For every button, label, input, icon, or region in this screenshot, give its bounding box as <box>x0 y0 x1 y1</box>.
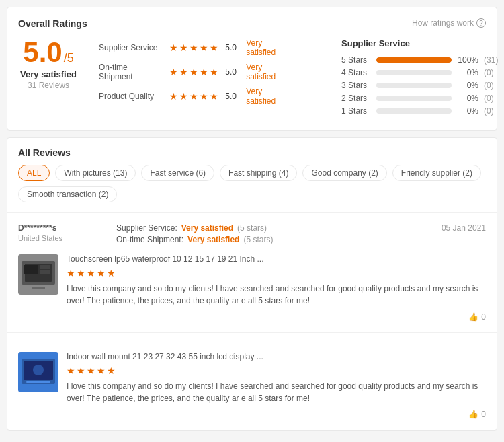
bar-label: 3 Stars <box>341 81 371 90</box>
rating-label: On-time Shipment <box>99 63 163 81</box>
star-icon: ★ <box>97 365 106 376</box>
star-icon: ★ <box>190 67 198 77</box>
rating-row: Supplier Service ★★★★★ 5.0 Very satisfie… <box>99 38 288 57</box>
bar-row: 1 Stars 0% (0) <box>341 106 503 116</box>
bar-count: (0) <box>484 68 503 77</box>
rating-stars: ★★★★★ <box>169 42 218 53</box>
rating-score: 5.0 <box>225 43 239 52</box>
bar-track <box>376 57 452 63</box>
bar-row: 3 Stars 0% (0) <box>341 81 503 90</box>
rating-label: Supplier Service <box>99 43 163 52</box>
review-meta: Supplier Service: Very satisfied (5 star… <box>116 223 431 246</box>
star-icon: ★ <box>107 365 116 376</box>
review-date: 05 Jan 2021 <box>442 223 486 246</box>
reviews-list: D*********s United States Supplier Servi… <box>7 212 497 430</box>
star-icon: ★ <box>77 268 85 279</box>
rating-label: Product Quality <box>99 91 163 101</box>
review-text: I love this company and so do my clients… <box>67 283 486 307</box>
bar-track <box>376 108 452 114</box>
bar-count: (0) <box>484 94 503 103</box>
star-icon: ★ <box>179 91 188 102</box>
filter-tag[interactable]: Smooth transaction (2) <box>18 186 117 202</box>
like-button[interactable]: 👍 0 <box>67 312 486 322</box>
star-icon: ★ <box>210 67 218 77</box>
star-icon: ★ <box>200 42 208 53</box>
meta-supplier-stars: (5 stars) <box>237 223 267 233</box>
filter-tag[interactable]: Good company (2) <box>302 165 386 181</box>
big-score-number: 5.0 <box>23 38 62 67</box>
filter-tags: ALLWith pictures (13)Fast service (6)Fas… <box>7 165 497 212</box>
svg-rect-3 <box>32 287 45 289</box>
review-content: Touchscreen lp65 waterproof 10 12 15 17 … <box>67 254 486 322</box>
review-item: Indoor wall mount 21 23 27 32 43 55 inch… <box>7 332 497 430</box>
star-icon: ★ <box>67 365 75 376</box>
star-icon: ★ <box>210 42 218 53</box>
overall-score-box: 5.0 /5 Very satisfied 31 Reviews <box>18 38 79 90</box>
like-count: 0 <box>481 312 486 322</box>
big-score-denom: /5 <box>64 51 74 65</box>
meta-shipment-row: On-time Shipment: Very satisfied (5 star… <box>116 235 431 244</box>
bar-pct: 0% <box>457 106 478 116</box>
bar-label: 1 Stars <box>341 106 371 116</box>
meta-shipment-value: Very satisfied <box>187 235 239 244</box>
rating-stars: ★★★★★ <box>169 91 218 102</box>
star-icon: ★ <box>77 365 85 376</box>
rating-text: Very satisfied <box>246 63 288 81</box>
star-icon: ★ <box>107 268 116 279</box>
review-thumb <box>18 254 58 295</box>
bar-row: 2 Stars 0% (0) <box>341 94 503 103</box>
bar-track <box>376 83 452 88</box>
filter-tag[interactable]: ALL <box>18 165 50 181</box>
star-icon: ★ <box>200 91 208 102</box>
review-stars: ★★★★★ <box>67 268 486 279</box>
rating-rows: Supplier Service ★★★★★ 5.0 Very satisfie… <box>99 38 288 111</box>
filter-tag[interactable]: With pictures (13) <box>55 165 136 181</box>
bar-count: (0) <box>484 106 503 116</box>
how-ratings-link[interactable]: How ratings work ? <box>412 18 486 28</box>
rating-row: On-time Shipment ★★★★★ 5.0 Very satisfie… <box>99 63 288 81</box>
rating-text: Very satisfied <box>246 87 288 106</box>
bar-fill <box>376 57 452 63</box>
star-icon: ★ <box>87 365 95 376</box>
all-reviews-card: All Reviews ALLWith pictures (13)Fast se… <box>7 137 497 431</box>
rating-row: Product Quality ★★★★★ 5.0 Very satisfied <box>99 87 288 106</box>
star-icon: ★ <box>190 42 198 53</box>
supplier-chart: Supplier Service 5 Stars 100% (31) 4 Sta… <box>341 38 503 119</box>
meta-supplier-label: Supplier Service: <box>116 223 177 233</box>
chart-title: Supplier Service <box>341 38 503 48</box>
star-icon: ★ <box>179 42 188 53</box>
bar-row: 5 Stars 100% (31) <box>341 55 503 65</box>
bar-label: 2 Stars <box>341 94 371 103</box>
bar-count: (31) <box>484 55 503 65</box>
bar-pct: 0% <box>457 68 478 77</box>
bar-track <box>376 70 452 75</box>
review-user: D*********s United States <box>18 223 106 246</box>
bar-row: 4 Stars 0% (0) <box>341 68 503 77</box>
bar-pct: 0% <box>457 94 478 103</box>
filter-tag[interactable]: Fast shipping (4) <box>220 165 297 181</box>
svg-rect-6 <box>40 270 50 274</box>
star-icon: ★ <box>67 268 75 279</box>
star-icon: ★ <box>190 91 198 102</box>
review-content: Indoor wall mount 21 23 27 32 43 55 inch… <box>67 352 486 419</box>
review-thumb <box>18 352 58 392</box>
rating-text: Very satisfied <box>246 38 288 57</box>
like-button[interactable]: 👍 0 <box>67 410 486 419</box>
info-icon: ? <box>476 18 486 28</box>
filter-tag[interactable]: Fast service (6) <box>141 165 214 181</box>
meta-supplier-row: Supplier Service: Very satisfied (5 star… <box>116 223 431 233</box>
review-text: I love this company and so do my clients… <box>67 380 486 404</box>
svg-rect-4 <box>24 265 38 274</box>
bar-label: 5 Stars <box>341 55 371 65</box>
star-icon: ★ <box>210 91 218 102</box>
review-country: United States <box>18 234 106 242</box>
svg-rect-11 <box>26 381 50 383</box>
product-name: Touchscreen lp65 waterproof 10 12 15 17 … <box>67 254 486 264</box>
bar-pct: 0% <box>457 81 478 90</box>
review-stars: ★★★★★ <box>67 365 486 376</box>
score-label: Very satisfied <box>20 69 77 79</box>
page-title: Overall Ratings <box>18 18 87 29</box>
svg-point-10 <box>33 365 44 375</box>
filter-tag[interactable]: Friendly supplier (2) <box>392 165 481 181</box>
star-icon: ★ <box>97 268 106 279</box>
